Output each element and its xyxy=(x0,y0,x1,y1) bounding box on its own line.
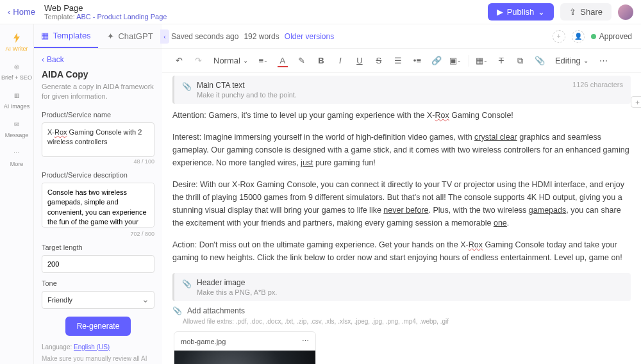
saved-status: Saved seconds ago xyxy=(171,32,238,41)
panel-desc: Generate a copy in AIDA framework for gi… xyxy=(42,82,154,102)
ordered-list-button[interactable]: ☰ xyxy=(390,53,406,69)
tab-chatgpt[interactable]: ✦ ChatGPT xyxy=(98,24,162,48)
chevron-down-icon: ⌄ xyxy=(538,7,545,17)
user-avatar[interactable] xyxy=(618,4,633,20)
panel-title: AIDA Copy xyxy=(42,69,154,79)
bold-button[interactable]: B xyxy=(313,53,329,69)
paragraph-desire[interactable]: Desire: With our X-Rox Gaming Console, y… xyxy=(172,178,631,229)
play-icon: ▶ xyxy=(497,7,503,17)
publish-button[interactable]: ▶ Publish ⌄ xyxy=(488,3,554,21)
dots-icon: ⋯ xyxy=(11,147,22,159)
attachment-ext-note: Allowed file extns: .pdf, .doc, .docx, .… xyxy=(183,318,631,325)
character-count: 1126 characters xyxy=(572,81,623,88)
strike-button[interactable]: S xyxy=(371,53,387,69)
home-link[interactable]: ‹ Home xyxy=(8,7,35,17)
underline-button[interactable]: U xyxy=(352,53,367,69)
target-length-input[interactable] xyxy=(42,255,154,273)
target-length-label: Target length xyxy=(42,244,154,251)
more-tools-button[interactable]: ⋯ xyxy=(596,53,612,69)
rail-ai-writer[interactable]: AI Writer xyxy=(6,32,28,52)
paperclip-icon: 📎 xyxy=(172,306,182,315)
bullet-list-button[interactable]: •≡ xyxy=(410,53,425,69)
older-versions-link[interactable]: Older versions xyxy=(285,32,334,41)
status-dot-icon xyxy=(591,34,596,39)
italic-button[interactable]: I xyxy=(333,53,348,69)
chatgpt-icon: ✦ xyxy=(107,31,114,41)
redo-button[interactable]: ↷ xyxy=(190,53,206,69)
align-button[interactable]: ≡⌄ xyxy=(256,53,271,69)
section-subtitle: Make this a PNG, A*B px. xyxy=(197,288,277,296)
paragraph-interest[interactable]: Interest: Imagine immersing yourself in … xyxy=(172,131,631,169)
chevron-left-icon: ‹ xyxy=(8,7,10,17)
rail-more[interactable]: ⋯ More xyxy=(10,147,24,167)
product-desc-counter: 702 / 800 xyxy=(42,231,154,237)
table-button[interactable]: ▦⌄ xyxy=(474,53,490,69)
link-button[interactable]: 🔗 xyxy=(429,53,444,69)
product-name-input[interactable]: X-Rox Gaming Console with 2 wireless con… xyxy=(42,122,154,157)
review-note: Make sure you manually review all AI gen… xyxy=(42,354,154,364)
tone-label: Tone xyxy=(42,279,154,287)
language-link[interactable]: English (US) xyxy=(74,343,110,351)
page-title-block: Web Page Template: ABC - Product Landing… xyxy=(44,3,167,21)
insert-image-button[interactable]: ▣⌄ xyxy=(448,53,463,69)
share-button[interactable]: ⇪ Share xyxy=(560,3,612,21)
section-title: Main CTA text xyxy=(197,81,297,90)
rail-ai-images[interactable]: ▥ AI Images xyxy=(4,90,30,110)
attachment-filename: mob-game.jpg xyxy=(181,338,226,345)
product-name-label: Product/Service name xyxy=(42,111,154,119)
tone-select[interactable]: Friendly xyxy=(42,291,154,309)
bolt-icon xyxy=(11,32,22,44)
paragraph-attention[interactable]: Attention: Gamers, it's time to level up… xyxy=(172,109,631,122)
add-comment-button[interactable]: ＋ xyxy=(631,96,641,108)
chevron-left-icon: ‹ xyxy=(42,55,44,64)
clear-format-button[interactable]: T xyxy=(494,53,509,69)
status-badge[interactable]: Approved xyxy=(591,32,632,41)
product-desc-input[interactable]: Console has two wireless gamepads, simpl… xyxy=(42,183,154,228)
section-main-cta[interactable]: 📎 Main CTA text Make it punchy and to th… xyxy=(172,76,631,104)
left-rail: AI Writer ◎ Brief + SEO ▥ AI Images ✉ Me… xyxy=(0,24,34,364)
template-subtitle: Template: ABC - Product Landing Page xyxy=(44,13,167,21)
attachment-card[interactable]: mob-game.jpg ⋯ xyxy=(174,331,316,364)
highlight-button[interactable]: ✎ xyxy=(294,53,310,69)
rail-message[interactable]: ✉ Message xyxy=(5,119,29,138)
add-reviewer-button[interactable]: + xyxy=(553,30,565,43)
templates-icon: ▦ xyxy=(41,31,49,40)
share-icon: ⇪ xyxy=(569,7,576,17)
attachment-thumbnail xyxy=(174,351,315,364)
target-icon: ◎ xyxy=(11,61,22,72)
format-toolbar: ↶ ↷ Normal ⌄ ≡⌄ A ✎ B I U S ☰ •≡ 🔗 ▣⌄ ▦⌄… xyxy=(162,49,641,73)
side-panel: ▦ Templates ✦ ChatGPT ‹ Back AIDA Copy G… xyxy=(34,24,162,364)
regenerate-button[interactable]: Re-generate xyxy=(65,317,131,336)
image-icon: ▥ xyxy=(11,90,22,101)
paperclip-icon: 📎 xyxy=(182,82,192,91)
undo-button[interactable]: ↶ xyxy=(171,53,187,69)
document-area[interactable]: 📎 Main CTA text Make it punchy and to th… xyxy=(162,73,641,364)
paragraph-action[interactable]: Action: Don't miss out on the ultimate g… xyxy=(172,238,631,264)
tab-templates[interactable]: ▦ Templates xyxy=(34,24,98,48)
home-label: Home xyxy=(13,7,35,17)
rail-brief-seo[interactable]: ◎ Brief + SEO xyxy=(1,61,32,81)
attach-button[interactable]: 📎 xyxy=(532,53,547,69)
product-desc-label: Product/Service description xyxy=(42,171,154,179)
panel-back[interactable]: ‹ Back xyxy=(42,55,154,64)
message-icon: ✉ xyxy=(11,119,22,130)
add-attachments-row[interactable]: 📎 Add attachments xyxy=(172,306,631,315)
paragraph-style-select[interactable]: Normal ⌄ xyxy=(210,54,252,67)
add-assignee-button[interactable]: 👤 xyxy=(572,30,585,43)
text-color-button[interactable]: A xyxy=(275,53,290,69)
template-link[interactable]: ABC - Product Landing Page xyxy=(76,13,167,21)
attachment-menu-button[interactable]: ⋯ xyxy=(302,337,309,345)
product-name-counter: 48 / 100 xyxy=(42,158,154,165)
paperclip-icon: 📎 xyxy=(182,279,192,288)
section-subtitle: Make it punchy and to the point. xyxy=(197,91,297,99)
page-title: Web Page xyxy=(44,3,167,13)
code-button[interactable]: ⧉ xyxy=(513,53,528,69)
language-row: Language: English (US) xyxy=(42,343,154,351)
section-title: Header image xyxy=(197,278,277,287)
section-header-image[interactable]: 📎 Header image Make this a PNG, A*B px. xyxy=(172,273,631,301)
editor-mode-select[interactable]: Editing ⌄ xyxy=(551,54,592,67)
word-count: 192 words xyxy=(244,32,279,41)
